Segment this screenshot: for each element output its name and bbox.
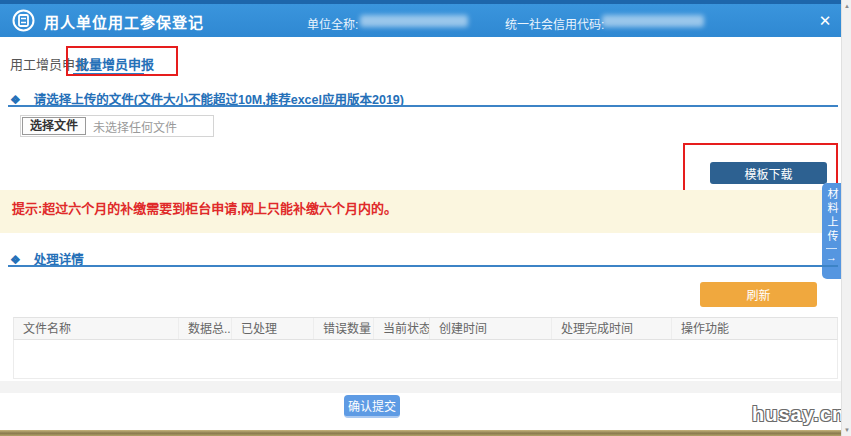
scroll-up-icon[interactable]: ▲ [842, 1, 851, 11]
scroll-down-icon[interactable]: ▼ [842, 425, 851, 435]
process-detail-table: 文件名称 数据总... 已处理 错误数量 当前状态 创建时间 处理完成时间 操作… [13, 317, 838, 379]
vertical-scrollbar[interactable]: ▲ ▼ [841, 0, 851, 436]
credit-code-label: 统一社会信用代码: [505, 15, 604, 32]
refresh-button[interactable]: 刷新 [700, 282, 817, 307]
col-error-count: 错误数量 [314, 318, 374, 339]
choose-file-button[interactable]: 选择文件 [22, 117, 86, 135]
hint-text: 提示:超过六个月的补缴需要到柜台申请,网上只能补缴六个月内的。 [12, 201, 397, 216]
confirm-submit-button[interactable]: 确认提交 [344, 395, 400, 418]
active-tab-underline [73, 73, 144, 76]
tab-batch-add-declare[interactable]: 批量增员申报 [76, 54, 154, 73]
file-upload-input[interactable]: 选择文件 未选择任何文件 [20, 115, 214, 137]
section-divider [8, 105, 838, 107]
close-icon[interactable]: ✕ [815, 11, 835, 31]
modal-header: 用人单位用工参保登记 单位全称: 统一社会信用代码: ✕ [0, 4, 841, 37]
employer-insurance-registration-modal: 用人单位用工参保登记 单位全称: 统一社会信用代码: ✕ 用工增员申报 批量增员… [0, 0, 851, 436]
watermark-text: husay.cn [752, 403, 845, 426]
credit-code-redacted-value [602, 15, 704, 27]
form-document-icon [12, 9, 35, 32]
col-finish-time: 处理完成时间 [552, 318, 672, 339]
col-data-total: 数据总... [179, 318, 232, 339]
col-operations: 操作功能 [672, 318, 837, 339]
col-create-time: 创建时间 [430, 318, 552, 339]
panel-bottom-strip [0, 381, 841, 393]
col-current-status: 当前状态 [374, 318, 430, 339]
col-processed: 已处理 [232, 318, 314, 339]
no-file-selected-text: 未选择任何文件 [93, 118, 177, 135]
table-header-row: 文件名称 数据总... 已处理 错误数量 当前状态 创建时间 处理完成时间 操作… [13, 317, 838, 340]
section-divider [8, 265, 838, 267]
col-file-name: 文件名称 [14, 318, 179, 339]
unit-name-label: 单位全称: [307, 15, 358, 32]
hint-bar: 提示:超过六个月的补缴需要到柜台申请,网上只能补缴六个月内的。 [0, 190, 841, 233]
page-title: 用人单位用工参保登记 [44, 11, 204, 32]
table-empty-body [13, 340, 838, 379]
side-tab-separator [826, 248, 837, 249]
material-upload-label: 材料上传 [822, 188, 841, 244]
unit-name-redacted-value [360, 15, 468, 27]
bottom-accent-bar [0, 430, 851, 436]
arrow-right-icon: → [826, 251, 837, 263]
template-download-button[interactable]: 模板下载 [710, 162, 827, 184]
